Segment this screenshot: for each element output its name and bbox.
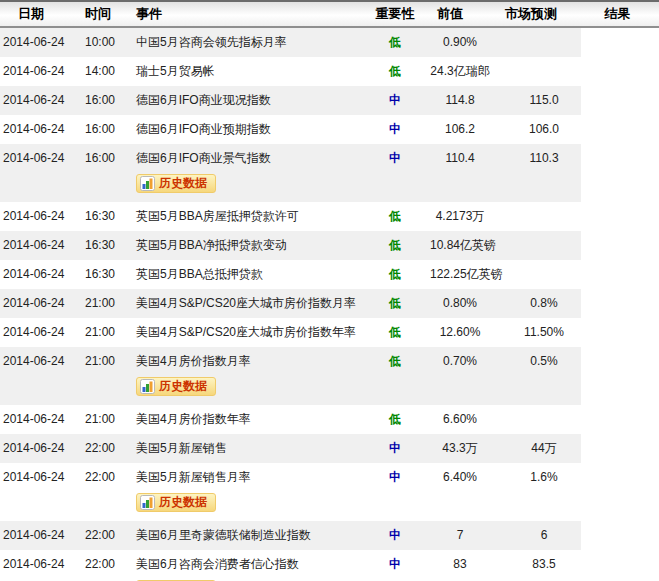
importance-badge: 中 — [389, 93, 401, 107]
cell-event: 德国6月IFO商业预期指数 — [125, 115, 360, 144]
table-row: 2014-06-2410:00中国5月咨商会领先指标月率低0.90% — [0, 28, 659, 57]
column-header-forecast: 市场预测 — [490, 5, 598, 23]
cell-previous: 24.3亿瑞郎 — [430, 57, 490, 86]
event-title: 美国5月新屋销售月率 — [136, 463, 360, 492]
cell-event: 中国5月咨商会领先指标月率 — [125, 28, 360, 57]
cell-importance: 低 — [360, 57, 430, 86]
event-title: 美国5月新屋销售 — [136, 434, 360, 463]
event-title: 英国5月BBA房屋抵押贷款许可 — [136, 202, 360, 231]
importance-badge: 低 — [389, 238, 401, 252]
cell-event: 德国6月IFO商业景气指数历史数据 — [125, 144, 360, 202]
history-data-badge[interactable]: 历史数据 — [136, 377, 216, 396]
cell-importance: 低 — [360, 260, 430, 289]
importance-badge: 中 — [389, 122, 401, 136]
event-title: 美国4月S&P/CS20座大城市房价指数年率 — [136, 318, 360, 347]
cell-importance: 中 — [360, 434, 430, 463]
cell-previous: 10.84亿英镑 — [430, 231, 490, 260]
cell-importance: 中 — [360, 86, 430, 115]
cell-event: 美国5月新屋销售 — [125, 434, 360, 463]
importance-badge: 低 — [389, 64, 401, 78]
cell-importance: 低 — [360, 231, 430, 260]
event-title: 中国5月咨商会领先指标月率 — [136, 28, 360, 57]
column-header-previous: 前值 — [430, 5, 490, 23]
cell-event: 英国5月BBA净抵押贷款变动 — [125, 231, 360, 260]
importance-badge: 低 — [389, 296, 401, 310]
cell-forecast: 0.8% — [490, 289, 598, 318]
cell-date: 2014-06-24 — [0, 260, 85, 289]
cell-time: 21:00 — [85, 289, 125, 318]
event-title: 德国6月IFO商业景气指数 — [136, 144, 360, 173]
cell-forecast: 1.6% — [490, 463, 598, 492]
cell-date: 2014-06-24 — [0, 347, 85, 376]
cell-previous: 0.90% — [430, 28, 490, 57]
cell-time: 21:00 — [85, 405, 125, 434]
cell-time: 22:00 — [85, 463, 125, 492]
cell-time: 14:00 — [85, 57, 125, 86]
cell-previous: 106.2 — [430, 115, 490, 144]
importance-badge: 低 — [389, 354, 401, 368]
cell-importance: 中 — [360, 144, 430, 173]
history-data-badge[interactable]: 历史数据 — [136, 174, 216, 193]
cell-previous: 0.70% — [430, 347, 490, 376]
cell-date: 2014-06-24 — [0, 463, 85, 492]
cell-time: 16:30 — [85, 260, 125, 289]
cell-time: 16:00 — [85, 115, 125, 144]
cell-event: 美国4月S&P/CS20座大城市房价指数年率 — [125, 318, 360, 347]
cell-previous: 110.4 — [430, 144, 490, 173]
cell-event: 英国5月BBA房屋抵押贷款许可 — [125, 202, 360, 231]
cell-event: 英国5月BBA总抵押贷款 — [125, 260, 360, 289]
importance-badge: 中 — [389, 151, 401, 165]
cell-event: 美国5月新屋销售月率历史数据 — [125, 463, 360, 521]
cell-event: 德国6月IFO商业现况指数 — [125, 86, 360, 115]
event-title: 美国6月里奇蒙德联储制造业指数 — [136, 521, 360, 550]
table-row: 2014-06-2414:00瑞士5月贸易帐低24.3亿瑞郎 — [0, 57, 659, 86]
cell-event: 美国4月S&P/CS20座大城市房价指数月率 — [125, 289, 360, 318]
cell-date: 2014-06-24 — [0, 434, 85, 463]
cell-forecast: 0.5% — [490, 347, 598, 376]
event-title: 英国5月BBA总抵押贷款 — [136, 260, 360, 289]
importance-badge: 低 — [389, 412, 401, 426]
table-row: 2014-06-2422:00美国5月新屋销售月率历史数据中6.40%1.6% — [0, 463, 659, 521]
table-row: 2014-06-2416:30英国5月BBA净抵押贷款变动低10.84亿英镑 — [0, 231, 659, 260]
history-data-badge-label: 历史数据 — [159, 175, 207, 192]
cell-event: 美国6月咨商会消费者信心指数历史数据 — [125, 550, 360, 581]
cell-forecast: 83.5 — [490, 550, 598, 579]
importance-badge: 低 — [389, 35, 401, 49]
history-data-badge[interactable]: 历史数据 — [136, 493, 216, 512]
cell-time: 21:00 — [85, 347, 125, 376]
table-row: 2014-06-2416:00德国6月IFO商业预期指数中106.2106.0 — [0, 115, 659, 144]
event-title: 德国6月IFO商业现况指数 — [136, 86, 360, 115]
cell-date: 2014-06-24 — [0, 289, 85, 318]
cell-previous: 0.80% — [430, 289, 490, 318]
bar-chart-icon — [140, 176, 155, 191]
table-body: 2014-06-2410:00中国5月咨商会领先指标月率低0.90%2014-0… — [0, 28, 659, 581]
cell-date: 2014-06-24 — [0, 28, 85, 57]
cell-importance: 低 — [360, 405, 430, 434]
table-row: 2014-06-2421:00美国4月房价指数月率历史数据低0.70%0.5% — [0, 347, 659, 405]
column-header-result: 结果 — [598, 5, 659, 23]
cell-event: 美国4月房价指数年率 — [125, 405, 360, 434]
importance-badge: 中 — [389, 441, 401, 455]
cell-forecast: 110.3 — [490, 144, 598, 173]
column-header-event: 事件 — [125, 5, 360, 23]
event-title: 美国6月咨商会消费者信心指数 — [136, 550, 360, 579]
table-row: 2014-06-2422:00美国6月咨商会消费者信心指数历史数据中8383.5 — [0, 550, 659, 581]
cell-date: 2014-06-24 — [0, 405, 85, 434]
cell-previous: 83 — [430, 550, 490, 579]
cell-forecast: 11.50% — [490, 318, 598, 347]
cell-date: 2014-06-24 — [0, 115, 85, 144]
importance-badge: 中 — [389, 470, 401, 484]
cell-importance: 中 — [360, 115, 430, 144]
table-row: 2014-06-2422:00美国6月里奇蒙德联储制造业指数中76 — [0, 521, 659, 550]
cell-forecast: 115.0 — [490, 86, 598, 115]
cell-importance: 低 — [360, 202, 430, 231]
cell-previous: 6.60% — [430, 405, 490, 434]
cell-time: 16:30 — [85, 231, 125, 260]
cell-event: 美国6月里奇蒙德联储制造业指数 — [125, 521, 360, 550]
importance-badge: 低 — [389, 267, 401, 281]
cell-previous: 6.40% — [430, 463, 490, 492]
cell-previous: 7 — [430, 521, 490, 550]
cell-previous: 43.3万 — [430, 434, 490, 463]
event-title: 美国4月房价指数月率 — [136, 347, 360, 376]
table-row: 2014-06-2416:30英国5月BBA总抵押贷款低122.25亿英镑 — [0, 260, 659, 289]
